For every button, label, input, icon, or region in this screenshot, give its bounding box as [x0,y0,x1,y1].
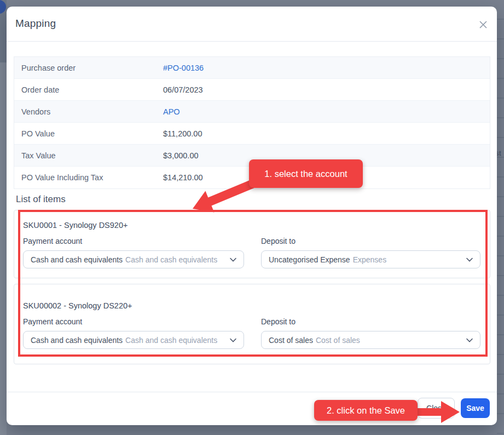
chevron-down-icon [230,257,236,262]
select-value-category: Cash and cash equivalents [125,255,217,264]
select-value: Cost of sales [269,336,313,345]
purchase-order-link[interactable]: #PO-00136 [163,64,204,72]
select-value: Cash and cash equivalents [31,336,123,345]
po-details-table: Purchase order #PO-00136 Order date 06/0… [14,56,490,189]
chevron-down-icon [466,257,473,262]
row-label: Tax Value [14,151,163,160]
deposit-to-label: Deposit to [261,237,480,245]
table-row: Tax Value $3,000.00 [14,145,490,167]
modal-footer: Close Save [7,392,497,425]
payment-account-label: Payment account [23,317,244,326]
mapping-modal: Mapping Purchase order #PO-00136 Order d… [7,7,497,425]
payment-account-select[interactable]: Cash and cash equivalents Cash and cash … [23,250,244,268]
row-label: PO Value Including Tax [14,173,163,182]
row-label: PO Value [14,129,163,138]
item-card-sku0001: SKU0001 - Synology DS920+ Payment accoun… [14,210,490,278]
background-overlay-right [497,0,504,435]
table-row: Vendors APO [14,101,490,123]
modal-title: Mapping [15,18,56,30]
item-card-sku00002: SKU00002 - Synology DS220+ Payment accou… [14,284,490,364]
select-value-category: Cash and cash equivalents [125,336,217,345]
deposit-to-select[interactable]: Uncategorised Expense Expenses [261,250,480,268]
chevron-down-icon [466,338,473,342]
payment-account-select[interactable]: Cash and cash equivalents Cash and cash … [23,331,244,349]
list-of-items-heading: List of items [16,194,66,205]
chevron-down-icon [230,338,236,342]
close-icon[interactable] [476,18,490,32]
modal-header: Mapping [7,7,497,42]
close-button[interactable]: Close [418,398,455,419]
save-button[interactable]: Save [461,398,490,418]
row-label: Purchase order [14,64,163,72]
select-value-category: Expenses [353,255,386,264]
row-value: $3,000.00 [163,151,199,160]
row-label: Order date [14,85,163,94]
vendor-link[interactable]: APO [163,107,180,116]
item-sku-title: SKU00002 - Synology DS220+ [23,301,480,310]
item-sku-title: SKU0001 - Synology DS920+ [23,221,480,230]
select-value: Cash and cash equivalents [31,255,123,264]
table-row: PO Value Including Tax $14,210.00 [14,167,490,188]
row-value: $11,200.00 [163,129,202,138]
select-value: Uncategorised Expense [269,255,350,264]
select-value-category: Cost of sales [316,336,360,345]
table-row: Order date 06/07/2023 [14,79,490,101]
row-value: $14,210.00 [163,173,203,182]
payment-account-label: Payment account [23,237,244,245]
row-value: 06/07/2023 [163,85,203,94]
table-row: Purchase order #PO-00136 [14,57,490,79]
background-overlay-left-bottom [0,62,7,435]
table-row: PO Value $11,200.00 [14,123,490,145]
row-label: Vendors [14,107,163,116]
deposit-to-select[interactable]: Cost of sales Cost of sales [261,331,480,349]
deposit-to-label: Deposit to [261,317,480,326]
